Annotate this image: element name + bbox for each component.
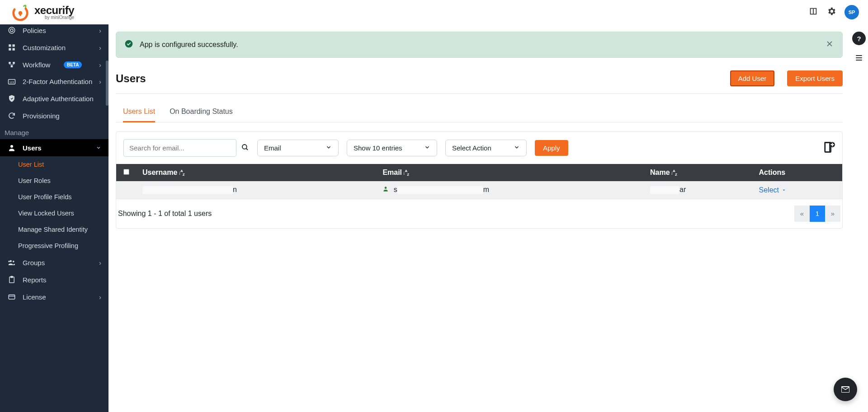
sidebar-item-label: Customization xyxy=(23,44,66,52)
select-all-header xyxy=(116,164,136,181)
brand-name: xecurify xyxy=(34,5,74,16)
svg-point-14 xyxy=(10,145,13,148)
select-value: Show 10 entries xyxy=(354,144,402,152)
sidebar-item-label: Users xyxy=(23,144,42,152)
svg-point-4 xyxy=(10,29,13,32)
gear-icon[interactable] xyxy=(826,6,836,18)
sidebar-sub-manage-shared-identity[interactable]: Manage Shared Identity xyxy=(0,221,108,238)
cell-email: sm xyxy=(376,181,644,199)
contact-fab[interactable] xyxy=(834,378,857,401)
select-value: Email xyxy=(264,144,281,152)
users-table: Username↓AZ Email↓AZ Name↓AZ Actions n xyxy=(116,164,842,199)
target-icon xyxy=(7,26,16,34)
search-icon[interactable] xyxy=(241,143,249,153)
help-icon[interactable]: ? xyxy=(852,32,866,45)
cell-name: ar xyxy=(644,181,753,199)
users-card: Email Show 10 entries Select Action Appl… xyxy=(116,131,843,229)
tab-onboarding-status[interactable]: On Boarding Status xyxy=(170,102,233,122)
svg-point-15 xyxy=(10,260,12,262)
chevron-down-icon xyxy=(514,144,520,152)
main-content: App is configured successfully. Users Ad… xyxy=(108,24,850,412)
search-by-select[interactable]: Email xyxy=(257,140,339,156)
person-icon xyxy=(7,144,16,152)
sidebar-item-license[interactable]: License › xyxy=(0,288,108,305)
sidebar-sub-progressive-profiling[interactable]: Progressive Profiling xyxy=(0,238,108,254)
chevron-right-icon: › xyxy=(99,78,101,85)
sidebar: Policies › Customization › Workflow BETA… xyxy=(0,24,108,412)
svg-rect-2 xyxy=(20,13,21,16)
sidebar-item-label: Policies xyxy=(23,27,46,34)
user-active-icon xyxy=(382,186,391,193)
menu-icon[interactable] xyxy=(854,53,863,64)
svg-point-3 xyxy=(9,27,15,33)
chevron-right-icon: › xyxy=(99,259,101,267)
svg-rect-5 xyxy=(9,44,11,47)
page-size-select[interactable]: Show 10 entries xyxy=(347,140,437,156)
sidebar-item-reports[interactable]: Reports xyxy=(0,271,108,288)
sidebar-item-adaptive-auth[interactable]: Adaptive Authentication xyxy=(0,90,108,107)
sidebar-sub-user-list[interactable]: User List xyxy=(0,156,108,173)
tab-users-list[interactable]: Users List xyxy=(123,102,155,122)
bulk-action-select[interactable]: Select Action xyxy=(445,140,527,156)
clipboard-icon xyxy=(7,276,16,284)
sidebar-item-label: Workflow xyxy=(23,61,50,69)
add-user-button[interactable]: Add User xyxy=(730,70,775,86)
table-row: n sm ar Select xyxy=(116,181,842,199)
svg-rect-11 xyxy=(11,66,13,68)
sidebar-item-label: Reports xyxy=(23,276,47,284)
sidebar-item-label: License xyxy=(23,293,46,301)
export-users-button[interactable]: Export Users xyxy=(787,70,843,86)
sidebar-item-workflow[interactable]: Workflow BETA › xyxy=(0,56,108,73)
svg-rect-10 xyxy=(13,62,15,64)
alert-success: App is configured successfully. xyxy=(116,32,843,58)
sort-icon: ↓AZ xyxy=(671,170,677,175)
apply-button[interactable]: Apply xyxy=(535,140,568,156)
sidebar-sub-view-locked-users[interactable]: View Locked Users xyxy=(0,205,108,221)
close-icon[interactable] xyxy=(825,39,834,50)
svg-rect-6 xyxy=(13,44,15,47)
app-header: xecurify by miniOrange SP xyxy=(0,0,868,24)
pagination-next[interactable]: » xyxy=(825,206,840,222)
sidebar-sub-user-profile-fields[interactable]: User Profile Fields xyxy=(0,189,108,205)
svg-point-22 xyxy=(242,145,247,149)
page-title: Users xyxy=(116,72,146,85)
sidebar-item-provisioning[interactable]: Provisioning xyxy=(0,107,108,124)
alert-message: App is configured successfully. xyxy=(140,41,238,49)
svg-rect-9 xyxy=(9,62,11,64)
svg-rect-7 xyxy=(9,48,11,51)
check-circle-icon xyxy=(124,39,133,50)
sort-icon: ↓AZ xyxy=(403,170,409,175)
tabs: Users List On Boarding Status xyxy=(116,102,843,122)
beta-badge: BETA xyxy=(64,61,82,68)
cell-username: n xyxy=(136,181,376,199)
sidebar-item-label: Groups xyxy=(23,259,45,267)
select-value: Select Action xyxy=(452,144,491,152)
docs-icon[interactable] xyxy=(808,6,818,18)
user-avatar[interactable]: SP xyxy=(844,5,859,19)
svg-point-25 xyxy=(385,187,387,189)
chevron-right-icon: › xyxy=(99,27,101,34)
column-username[interactable]: Username↓AZ xyxy=(136,164,376,181)
select-all-checkbox[interactable] xyxy=(123,169,129,175)
sidebar-item-customization[interactable]: Customization › xyxy=(0,39,108,56)
table-footer-count: Showing 1 - 1 of total 1 users xyxy=(118,210,212,218)
svg-rect-8 xyxy=(13,48,15,51)
column-name[interactable]: Name↓AZ xyxy=(644,164,753,181)
column-settings-icon[interactable] xyxy=(822,141,835,155)
column-email[interactable]: Email↓AZ xyxy=(376,164,644,181)
sidebar-sub-user-roles[interactable]: User Roles xyxy=(0,173,108,189)
sidebar-item-label: Provisioning xyxy=(23,112,60,120)
column-actions: Actions xyxy=(753,164,842,181)
right-rail: ? xyxy=(850,24,868,412)
sidebar-item-groups[interactable]: Groups › xyxy=(0,254,108,271)
sidebar-item-policies[interactable]: Policies › xyxy=(0,24,108,39)
brand-logo[interactable]: xecurify by miniOrange xyxy=(11,3,74,22)
cell-actions: Select xyxy=(753,181,842,199)
row-action-select[interactable]: Select xyxy=(759,186,786,194)
search-input[interactable] xyxy=(123,139,236,157)
sidebar-item-2fa[interactable]: 123 2-Factor Authentication › xyxy=(0,73,108,90)
pagination-page-1[interactable]: 1 xyxy=(810,206,825,222)
sidebar-item-users[interactable]: Users xyxy=(0,139,108,156)
pagination-prev[interactable]: « xyxy=(794,206,810,222)
keypad-icon: 123 xyxy=(7,79,16,85)
